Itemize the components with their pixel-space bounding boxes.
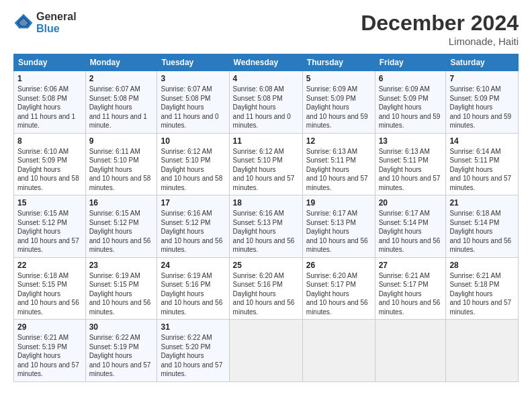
table-row — [375, 320, 446, 382]
day-number: 29 — [17, 322, 82, 332]
day-number: 26 — [306, 261, 371, 270]
day-number: 2 — [89, 74, 154, 83]
table-row — [446, 320, 519, 382]
day-detail: Sunrise: 6:16 AMSunset: 5:13 PMDaylight … — [233, 210, 295, 253]
col-tuesday: Tuesday — [157, 54, 229, 71]
day-detail: Sunrise: 6:07 AMSunset: 5:08 PMDaylight … — [89, 85, 147, 129]
day-number: 21 — [449, 198, 515, 208]
day-number: 27 — [379, 261, 443, 270]
day-detail: Sunrise: 6:11 AMSunset: 5:10 PMDaylight … — [89, 148, 151, 191]
title-section: December 2024 Limonade, Haiti — [361, 11, 519, 47]
table-row: 31Sunrise: 6:22 AMSunset: 5:20 PMDayligh… — [157, 320, 229, 382]
table-row: 4Sunrise: 6:08 AMSunset: 5:08 PMDaylight… — [229, 71, 302, 134]
day-number: 14 — [449, 136, 515, 146]
calendar-week-3: 15Sunrise: 6:15 AMSunset: 5:12 PMDayligh… — [14, 195, 519, 258]
calendar-week-2: 8Sunrise: 6:10 AMSunset: 5:09 PMDaylight… — [14, 133, 519, 195]
day-detail: Sunrise: 6:09 AMSunset: 5:09 PMDaylight … — [379, 85, 441, 129]
table-row: 18Sunrise: 6:16 AMSunset: 5:13 PMDayligh… — [229, 195, 302, 258]
day-number: 23 — [89, 261, 154, 270]
table-row: 10Sunrise: 6:12 AMSunset: 5:10 PMDayligh… — [157, 133, 229, 195]
table-row — [302, 320, 375, 382]
day-detail: Sunrise: 6:07 AMSunset: 5:08 PMDaylight … — [161, 85, 218, 129]
table-row: 14Sunrise: 6:14 AMSunset: 5:11 PMDayligh… — [446, 133, 519, 195]
table-row: 5Sunrise: 6:09 AMSunset: 5:09 PMDaylight… — [302, 71, 375, 134]
day-detail: Sunrise: 6:21 AMSunset: 5:18 PMDaylight … — [449, 272, 511, 316]
logo-icon — [13, 13, 34, 33]
day-number: 12 — [306, 136, 371, 146]
col-thursday: Thursday — [302, 54, 375, 71]
table-row: 17Sunrise: 6:16 AMSunset: 5:12 PMDayligh… — [157, 195, 229, 258]
day-detail: Sunrise: 6:18 AMSunset: 5:15 PMDaylight … — [17, 272, 79, 316]
day-number: 5 — [306, 74, 371, 83]
day-detail: Sunrise: 6:12 AMSunset: 5:10 PMDaylight … — [233, 148, 295, 191]
calendar-week-4: 22Sunrise: 6:18 AMSunset: 5:15 PMDayligh… — [14, 257, 519, 320]
table-row — [229, 320, 302, 382]
header: General Blue December 2024 Limonade, Hai… — [13, 11, 519, 47]
table-row: 16Sunrise: 6:15 AMSunset: 5:12 PMDayligh… — [85, 195, 157, 258]
table-row: 6Sunrise: 6:09 AMSunset: 5:09 PMDaylight… — [375, 71, 446, 134]
day-detail: Sunrise: 6:14 AMSunset: 5:11 PMDaylight … — [449, 148, 511, 191]
day-detail: Sunrise: 6:16 AMSunset: 5:12 PMDaylight … — [161, 210, 222, 253]
day-number: 19 — [306, 198, 371, 208]
day-detail: Sunrise: 6:12 AMSunset: 5:10 PMDaylight … — [161, 148, 222, 191]
table-row: 15Sunrise: 6:15 AMSunset: 5:12 PMDayligh… — [14, 195, 86, 258]
calendar-week-1: 1Sunrise: 6:06 AMSunset: 5:08 PMDaylight… — [14, 71, 519, 134]
day-detail: Sunrise: 6:18 AMSunset: 5:14 PMDaylight … — [449, 210, 511, 253]
page: General Blue December 2024 Limonade, Hai… — [0, 0, 532, 411]
day-number: 15 — [17, 198, 82, 208]
table-row: 29Sunrise: 6:21 AMSunset: 5:19 PMDayligh… — [14, 320, 86, 382]
day-number: 10 — [161, 136, 225, 146]
logo-blue: Blue — [36, 23, 77, 35]
day-detail: Sunrise: 6:15 AMSunset: 5:12 PMDaylight … — [89, 210, 151, 253]
calendar-table: Sunday Monday Tuesday Wednesday Thursday… — [13, 54, 519, 382]
table-row: 8Sunrise: 6:10 AMSunset: 5:09 PMDaylight… — [14, 133, 86, 195]
day-number: 24 — [161, 261, 225, 270]
table-row: 12Sunrise: 6:13 AMSunset: 5:11 PMDayligh… — [302, 133, 375, 195]
table-row: 27Sunrise: 6:21 AMSunset: 5:17 PMDayligh… — [375, 257, 446, 320]
day-detail: Sunrise: 6:22 AMSunset: 5:20 PMDaylight … — [161, 334, 222, 377]
day-detail: Sunrise: 6:13 AMSunset: 5:11 PMDaylight … — [379, 148, 441, 191]
day-detail: Sunrise: 6:10 AMSunset: 5:09 PMDaylight … — [449, 85, 511, 129]
table-row: 19Sunrise: 6:17 AMSunset: 5:13 PMDayligh… — [302, 195, 375, 258]
day-detail: Sunrise: 6:20 AMSunset: 5:16 PMDaylight … — [233, 272, 295, 316]
day-detail: Sunrise: 6:13 AMSunset: 5:11 PMDaylight … — [306, 148, 368, 191]
col-friday: Friday — [375, 54, 446, 71]
day-number: 11 — [233, 136, 299, 146]
logo: General Blue — [13, 11, 77, 34]
day-detail: Sunrise: 6:06 AMSunset: 5:08 PMDaylight … — [17, 85, 75, 129]
table-row: 11Sunrise: 6:12 AMSunset: 5:10 PMDayligh… — [229, 133, 302, 195]
table-row: 23Sunrise: 6:19 AMSunset: 5:15 PMDayligh… — [85, 257, 157, 320]
day-number: 8 — [17, 136, 82, 146]
day-detail: Sunrise: 6:21 AMSunset: 5:19 PMDaylight … — [17, 334, 79, 377]
col-wednesday: Wednesday — [229, 54, 302, 71]
day-detail: Sunrise: 6:21 AMSunset: 5:17 PMDaylight … — [379, 272, 441, 316]
table-row: 25Sunrise: 6:20 AMSunset: 5:16 PMDayligh… — [229, 257, 302, 320]
day-detail: Sunrise: 6:17 AMSunset: 5:13 PMDaylight … — [306, 210, 368, 253]
table-row: 13Sunrise: 6:13 AMSunset: 5:11 PMDayligh… — [375, 133, 446, 195]
logo-general: General — [36, 11, 77, 23]
day-number: 3 — [161, 74, 225, 83]
calendar-header-row: Sunday Monday Tuesday Wednesday Thursday… — [14, 54, 519, 71]
day-number: 17 — [161, 198, 225, 208]
main-title: December 2024 — [361, 11, 519, 36]
logo-text: General Blue — [36, 11, 77, 34]
day-detail: Sunrise: 6:19 AMSunset: 5:15 PMDaylight … — [89, 272, 151, 316]
table-row: 26Sunrise: 6:20 AMSunset: 5:17 PMDayligh… — [302, 257, 375, 320]
day-detail: Sunrise: 6:20 AMSunset: 5:17 PMDaylight … — [306, 272, 368, 316]
day-number: 22 — [17, 261, 82, 270]
table-row: 9Sunrise: 6:11 AMSunset: 5:10 PMDaylight… — [85, 133, 157, 195]
day-detail: Sunrise: 6:10 AMSunset: 5:09 PMDaylight … — [17, 148, 79, 191]
table-row: 2Sunrise: 6:07 AMSunset: 5:08 PMDaylight… — [85, 71, 157, 134]
day-number: 30 — [89, 322, 154, 332]
day-number: 13 — [379, 136, 443, 146]
col-monday: Monday — [85, 54, 157, 71]
day-number: 1 — [17, 74, 82, 83]
day-number: 16 — [89, 198, 154, 208]
day-detail: Sunrise: 6:17 AMSunset: 5:14 PMDaylight … — [379, 210, 441, 253]
col-saturday: Saturday — [446, 54, 519, 71]
table-row: 28Sunrise: 6:21 AMSunset: 5:18 PMDayligh… — [446, 257, 519, 320]
day-number: 18 — [233, 198, 299, 208]
day-detail: Sunrise: 6:22 AMSunset: 5:19 PMDaylight … — [89, 334, 151, 377]
day-number: 6 — [379, 74, 443, 83]
table-row: 24Sunrise: 6:19 AMSunset: 5:16 PMDayligh… — [157, 257, 229, 320]
